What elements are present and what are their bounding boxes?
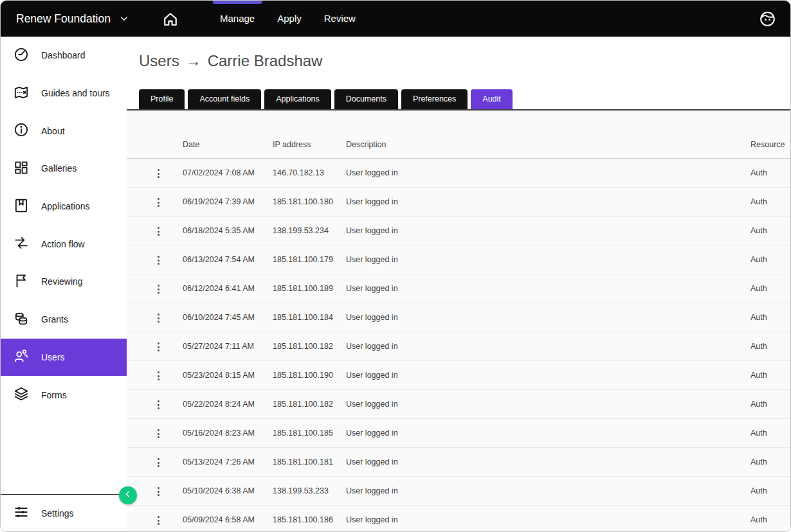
gallery-grid-icon (13, 159, 30, 178)
cell-date: 05/10/2024 6:38 AM (183, 477, 273, 506)
avatar-face-icon[interactable] (759, 10, 776, 28)
nav-item-manage[interactable]: Manage (213, 1, 262, 37)
cell-date: 05/22/2024 8:24 AM (183, 390, 273, 419)
chevron-down-icon (118, 13, 130, 24)
info-icon (13, 121, 30, 140)
nav-item-review[interactable]: Review (317, 1, 363, 37)
map-tour-icon (13, 84, 30, 103)
cell-ip-address: 185.181.100.180 (273, 188, 346, 217)
cell-resource: Auth (750, 274, 790, 303)
cell-date: 06/12/2024 6:41 AM (183, 274, 273, 303)
layers-icon (13, 386, 30, 404)
column-header-resource: Resource (750, 111, 790, 159)
sidebar-item-label: Grants (41, 314, 68, 324)
kebab-menu-icon[interactable] (152, 425, 165, 442)
table-row: 05/22/2024 8:24 AM 185.181.100.182 User … (127, 390, 790, 419)
org-switcher[interactable]: Renew Foundation (16, 1, 130, 37)
kebab-menu-icon[interactable] (152, 165, 165, 182)
sidebar-item-settings[interactable]: Settings (1, 494, 127, 531)
table-row: 05/13/2024 7:26 AM 185.181.100.181 User … (127, 448, 790, 477)
cell-ip-address: 185.181.100.184 (273, 303, 346, 332)
cell-resource: Auth (750, 303, 790, 332)
sidebar-item-applications[interactable]: Applications (1, 188, 127, 226)
tab-audit[interactable]: Audit (471, 89, 513, 109)
page-title-user-name: Carrie Bradshaw (208, 52, 323, 70)
tab-profile[interactable]: Profile (139, 89, 185, 109)
table-header-row: Date IP address Description Resource (127, 111, 790, 159)
column-header-menu (127, 111, 183, 159)
kebab-menu-icon[interactable] (152, 252, 165, 269)
sidebar-item-label: Users (41, 352, 65, 362)
cell-ip-address: 146.70.182.13 (273, 159, 346, 188)
audit-log-panel: Date IP address Description Resource 07/… (127, 111, 790, 531)
breadcrumb-users-link[interactable]: Users (139, 52, 179, 70)
sidebar-item-galleries[interactable]: Galleries (1, 150, 127, 188)
kebab-menu-icon[interactable] (152, 483, 165, 500)
sidebar-item-about[interactable]: About (1, 112, 127, 150)
sidebar-collapse-button[interactable] (119, 486, 137, 504)
kebab-menu-icon[interactable] (152, 368, 165, 384)
kebab-menu-icon[interactable] (152, 194, 165, 211)
sidebar-item-dashboard[interactable]: Dashboard (1, 37, 127, 75)
chevron-left-icon (123, 489, 133, 502)
org-name: Renew Foundation (16, 12, 111, 26)
sidebar-item-guides-and-tours[interactable]: Guides and tours (1, 75, 127, 112)
cell-date: 05/16/2024 8:23 AM (183, 419, 273, 448)
tab-documents[interactable]: Documents (334, 89, 398, 109)
table-row: 06/19/2024 7:39 AM 185.181.100.180 User … (127, 188, 790, 217)
table-row: 06/12/2024 6:41 AM 185.181.100.189 User … (127, 274, 790, 303)
sidebar-item-users[interactable]: Users (1, 339, 127, 377)
top-navigation-bar: Renew Foundation Manage Apply Review (1, 1, 790, 37)
nav-item-apply[interactable]: Apply (270, 1, 309, 37)
table-row: 05/27/2024 7:11 AM 185.181.100.182 User … (127, 332, 790, 361)
kebab-menu-icon[interactable] (152, 310, 165, 326)
sidebar-item-label: Reviewing (41, 276, 83, 287)
sidebar-item-label: About (41, 126, 65, 136)
cell-date: 05/13/2024 7:26 AM (183, 448, 273, 477)
home-icon[interactable] (161, 10, 179, 28)
sidebar-item-action-flow[interactable]: Action flow (1, 225, 127, 263)
audit-table: Date IP address Description Resource 07/… (127, 111, 790, 531)
bookmark-icon (13, 197, 30, 216)
cell-description: User logged in (346, 303, 750, 332)
main-content: Users → Carrie Bradshaw Profile Account … (127, 37, 790, 531)
cell-description: User logged in (346, 361, 750, 390)
tab-preferences[interactable]: Preferences (401, 89, 468, 109)
coins-icon (13, 310, 30, 329)
kebab-menu-icon[interactable] (152, 396, 165, 413)
audit-table-body: 07/02/2024 7:08 AM 146.70.182.13 User lo… (127, 159, 790, 532)
sidebar: Dashboard Guides and tours About (1, 37, 127, 531)
cell-date: 07/02/2024 7:08 AM (183, 159, 273, 188)
kebab-menu-icon[interactable] (152, 281, 165, 297)
sidebar-item-reviewing[interactable]: Reviewing (1, 263, 127, 301)
primary-nav: Manage Apply Review (213, 1, 363, 37)
cell-ip-address: 185.181.100.185 (273, 419, 346, 448)
cell-ip-address: 138.199.53.233 (273, 477, 346, 506)
kebab-menu-icon[interactable] (152, 223, 165, 240)
cell-resource: Auth (750, 448, 790, 477)
cell-resource: Auth (750, 217, 790, 245)
sidebar-item-grants[interactable]: Grants (1, 301, 127, 339)
table-row: 06/10/2024 7:45 AM 185.181.100.184 User … (127, 303, 790, 332)
cell-date: 05/23/2024 8:15 AM (183, 361, 273, 390)
cell-date: 05/27/2024 7:11 AM (183, 332, 273, 361)
cell-description: User logged in (346, 448, 750, 477)
kebab-menu-icon[interactable] (152, 512, 165, 529)
kebab-menu-icon[interactable] (152, 339, 165, 355)
cell-date: 06/13/2024 7:54 AM (183, 245, 273, 274)
user-detail-tabs: Profile Account fields Applications Docu… (139, 89, 513, 109)
table-row: 06/13/2024 7:54 AM 185.181.100.179 User … (127, 245, 790, 274)
cell-description: User logged in (346, 188, 750, 217)
cell-date: 05/09/2024 6:58 AM (183, 506, 273, 532)
tab-applications[interactable]: Applications (264, 89, 331, 109)
cell-ip-address: 185.181.100.179 (273, 245, 346, 274)
cell-ip-address: 138.199.53.234 (273, 217, 346, 245)
sidebar-item-label: Dashboard (41, 50, 86, 60)
breadcrumb: Users → Carrie Bradshaw (139, 52, 322, 70)
kebab-menu-icon[interactable] (152, 454, 165, 471)
sidebar-item-forms[interactable]: Forms (1, 376, 127, 414)
cell-description: User logged in (346, 274, 750, 303)
cell-description: User logged in (346, 390, 750, 419)
sidebar-item-label: Galleries (41, 163, 77, 173)
tab-account-fields[interactable]: Account fields (188, 89, 261, 109)
